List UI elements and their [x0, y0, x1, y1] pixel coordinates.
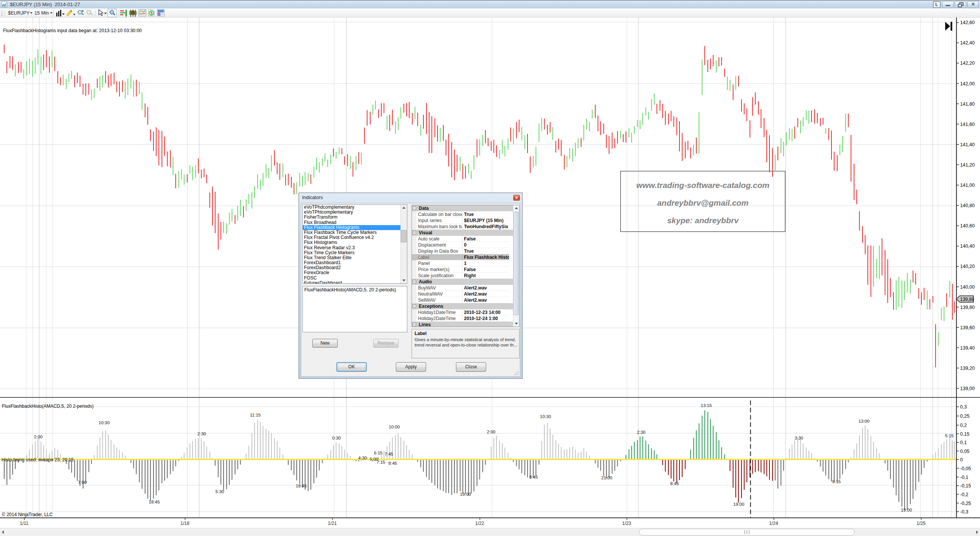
svg-text:142,00: 142,00: [960, 81, 975, 87]
svg-text:1/24: 1/24: [769, 521, 778, 526]
svg-text:141,20: 141,20: [960, 162, 975, 168]
svg-text:10:00: 10:00: [389, 425, 400, 429]
svg-text:142,40: 142,40: [960, 40, 975, 46]
svg-text:140,00: 140,00: [960, 284, 975, 290]
svg-text:18:45: 18:45: [149, 500, 160, 504]
svg-text:2:30: 2:30: [198, 431, 206, 436]
svg-text:FluxFlashbackHisto(AMACD,5, 20: FluxFlashbackHisto(AMACD,5, 20 2-periods…: [2, 404, 93, 409]
svg-text:140,40: 140,40: [960, 243, 975, 249]
svg-text:19:00: 19:00: [733, 502, 745, 507]
svg-text:-0,05: -0,05: [960, 466, 971, 471]
svg-text:21:00: 21:00: [601, 476, 612, 480]
svg-text:2:30: 2:30: [637, 430, 645, 435]
svg-text:19:00: 19:00: [460, 492, 471, 497]
svg-text:141,00: 141,00: [960, 183, 975, 188]
svg-text:7:15: 7:15: [377, 460, 385, 464]
svg-text:142,60: 142,60: [960, 20, 975, 25]
svg-text:140,20: 140,20: [960, 264, 975, 269]
svg-text:5:15: 5:15: [945, 433, 954, 438]
svg-text:140,80: 140,80: [960, 203, 975, 208]
svg-text:140,60: 140,60: [960, 223, 975, 229]
svg-text:0: 0: [960, 457, 963, 462]
svg-text:4:30: 4:30: [358, 456, 367, 460]
svg-text:139,60: 139,60: [960, 325, 975, 330]
svg-text:1/23: 1/23: [622, 521, 631, 526]
svg-text:7:45: 7:45: [385, 452, 393, 456]
svg-text:0,05: 0,05: [960, 449, 969, 454]
svg-text:0,3: 0,3: [960, 404, 967, 410]
svg-text:1/22: 1/22: [475, 521, 484, 526]
svg-text:13:00: 13:00: [859, 419, 870, 423]
svg-text:19:00: 19:00: [901, 508, 912, 512]
svg-text:139,80: 139,80: [960, 305, 975, 310]
svg-text:2:00: 2:00: [34, 435, 42, 439]
svg-text:139,40: 139,40: [960, 345, 975, 351]
svg-text:FluxFlashbackHistograms input: FluxFlashbackHistograms input data began…: [3, 28, 142, 33]
svg-text:13:15: 13:15: [701, 403, 712, 408]
svg-text:0,25: 0,25: [960, 413, 969, 419]
svg-text:1/18: 1/18: [180, 521, 189, 526]
svg-text:-0,1: -0,1: [960, 475, 969, 480]
svg-text:141,80: 141,80: [960, 101, 975, 107]
svg-text:7:00: 7:00: [78, 480, 87, 485]
svg-text:-0,3: -0,3: [960, 509, 969, 515]
svg-text:9:15: 9:15: [832, 479, 841, 484]
svg-text:141,40: 141,40: [960, 142, 975, 147]
svg-text:11:15: 11:15: [250, 413, 261, 417]
svg-text:0,15: 0,15: [960, 431, 969, 437]
svg-text:8:45: 8:45: [529, 475, 538, 479]
svg-text:-0,15: -0,15: [960, 483, 971, 489]
svg-text:© 2014 NinjaTrader, LLC: © 2014 NinjaTrader, LLC: [2, 512, 53, 517]
svg-text:1/21: 1/21: [328, 521, 337, 526]
svg-text:$: $: [150, 11, 152, 15]
svg-text:5:30: 5:30: [216, 489, 224, 494]
svg-text:142,20: 142,20: [960, 60, 975, 66]
svg-text:10:30: 10:30: [540, 414, 551, 419]
svg-text:18:45: 18:45: [296, 484, 307, 488]
svg-text:2:00: 2:00: [487, 430, 495, 434]
svg-text:0,1: 0,1: [960, 440, 967, 445]
svg-text:139,88: 139,88: [960, 297, 974, 302]
svg-text:1/11: 1/11: [20, 521, 29, 526]
svg-text:-0,2: -0,2: [960, 492, 969, 497]
svg-text:1/25: 1/25: [916, 521, 926, 526]
svg-text:3:30: 3:30: [795, 436, 803, 440]
svg-text:0:30: 0:30: [332, 436, 341, 440]
svg-text:-0,25: -0,25: [960, 501, 971, 506]
svg-text:6:15: 6:15: [374, 451, 382, 455]
svg-text:8:45: 8:45: [670, 481, 679, 486]
svg-text:Histo being used: января 23, 2: Histo being used: января 23, 20:15: [2, 457, 74, 462]
svg-text:141,60: 141,60: [960, 122, 975, 127]
svg-text:139,20: 139,20: [960, 366, 975, 371]
svg-text:0,2: 0,2: [960, 423, 967, 428]
svg-text:139,00: 139,00: [960, 386, 975, 391]
svg-text:8:45: 8:45: [389, 461, 397, 466]
svg-text:10:30: 10:30: [99, 420, 110, 425]
